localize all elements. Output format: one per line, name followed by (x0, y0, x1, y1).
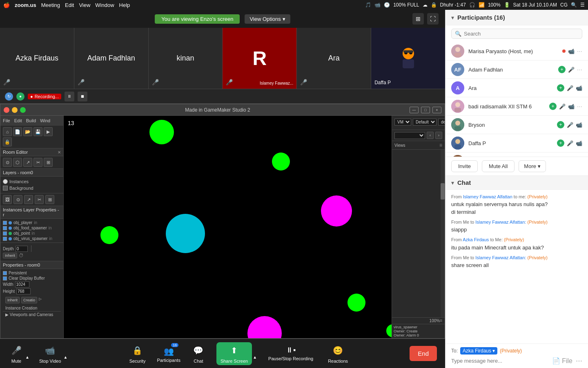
view-options-button[interactable]: View Options ▾ (245, 14, 290, 24)
gm-nav-dropdown[interactable] (394, 132, 425, 139)
gm-close-btn2[interactable]: × (432, 107, 441, 113)
share-screen-arrow-btn[interactable]: ▲ (253, 355, 257, 365)
grid-icon-btn[interactable]: ⊞ (412, 13, 424, 25)
gm-tool-run[interactable]: ▶ (44, 127, 53, 136)
gm-scrollbar[interactable] (441, 150, 445, 317)
pause-record-btn[interactable]: ⏸ (65, 92, 74, 101)
gm-instance-checkbox[interactable] (3, 237, 7, 241)
width-input[interactable] (15, 281, 29, 287)
gm-next-btn[interactable]: › (435, 132, 442, 139)
gm-tool-new[interactable]: 📄 (13, 127, 22, 136)
gm-tool-save[interactable]: 💾 (33, 127, 42, 136)
gm-room-tool-5[interactable]: ⊞ (44, 158, 53, 167)
participants-button[interactable]: 👥 16 Participants (157, 345, 180, 363)
gm-restore-btn2[interactable]: □ (421, 107, 430, 113)
gm-inherit-room-btn[interactable]: Inherit (5, 297, 20, 303)
gm-close-btn[interactable] (4, 107, 9, 113)
apple-menu[interactable]: 🍎 (3, 2, 10, 8)
stop-video-button[interactable]: 📹 Stop Video (38, 342, 63, 365)
invite-button[interactable]: Invite (451, 160, 478, 172)
more-dropdown-button[interactable]: More ▾ (519, 160, 546, 172)
chat-file-btn[interactable]: 📄 File (552, 357, 572, 365)
gm-layer-instances[interactable]: Instances (3, 178, 61, 185)
gm-room-tool-4[interactable]: ✂ (33, 158, 42, 167)
participant-thumb-kinan[interactable]: kinan 🎤 (149, 28, 223, 89)
gm-instance-food-spawner[interactable]: obj_food_spawner in (3, 226, 61, 230)
mute-arrow-btn[interactable]: ▲ (25, 355, 29, 365)
chat-recipient-islamey-2[interactable]: Islamey Fawwaz Alfattan: (475, 255, 526, 260)
gm-vm-select[interactable]: VM (394, 119, 411, 126)
chat-message-input[interactable] (451, 358, 549, 364)
gm-room-editor-close[interactable]: ✕ (58, 150, 61, 155)
gm-default2-select[interactable]: default (438, 119, 445, 126)
menu-help[interactable]: Help (119, 2, 130, 8)
gm-inst-tool-5[interactable]: ⊞ (45, 195, 54, 204)
gm-tool-home[interactable]: ⌂ (3, 127, 12, 136)
gm-instance-checkbox[interactable] (3, 231, 7, 236)
participant-thumb-ara[interactable]: Ara 🎤 (297, 28, 371, 89)
fullscreen-icon-btn[interactable]: ⛶ (427, 13, 439, 25)
height-input[interactable] (16, 288, 31, 294)
chat-to-dropdown[interactable]: Azka Firdaus ▾ (460, 347, 497, 355)
gm-min-btn[interactable] (12, 107, 18, 113)
gm-room-tool-3[interactable]: ↗ (23, 158, 32, 167)
gm-inst-tool-2[interactable]: ⊙ (13, 195, 22, 204)
adam-more-icon[interactable]: ⋯ (577, 67, 582, 73)
gm-menu-file[interactable]: File (3, 118, 10, 123)
gm-menu-edit[interactable]: Edit (14, 118, 22, 123)
search-input[interactable] (464, 31, 579, 37)
security-button[interactable]: 🔒 Security (126, 342, 149, 365)
gm-restore-btn1[interactable]: — (410, 107, 419, 113)
gm-instance-checkbox[interactable] (3, 221, 7, 225)
gm-instance-virus-spawner[interactable]: obj_virus_spawner in (3, 236, 61, 241)
menu-edit[interactable]: Edit (65, 2, 74, 8)
gm-prev-btn[interactable]: ‹ (427, 132, 434, 139)
stop-record-btn[interactable]: ⏹ (78, 92, 87, 101)
gm-default-select[interactable]: Default (413, 119, 437, 126)
menu-meeting[interactable]: Meeting (41, 2, 60, 8)
end-button[interactable]: End (410, 346, 437, 361)
gm-scrollbar-thumb[interactable] (441, 183, 445, 200)
depth-input[interactable] (16, 246, 28, 252)
participant-thumb-adam[interactable]: Adam Fadhlan 🎤 (74, 28, 149, 89)
chat-sender-islamey[interactable]: Islamey Fawwaz Alfattan (463, 194, 512, 199)
menu-window[interactable]: Window (95, 2, 114, 8)
menu-view[interactable]: View (79, 2, 90, 8)
chat-sender-azka[interactable]: Azka Firdaus (463, 237, 489, 242)
gm-menu-build[interactable]: Build (26, 118, 36, 123)
gm-instance-checkbox[interactable] (3, 226, 7, 230)
gm-instance-player[interactable]: obj_player in (3, 220, 61, 225)
chat-more-btn[interactable]: ⋯ (576, 357, 582, 365)
gm-inst-tool-3[interactable]: ↗ (24, 195, 33, 204)
video-arrow-btn[interactable]: ▲ (64, 355, 68, 365)
gm-room-tool-2[interactable]: ⬡ (13, 158, 22, 167)
inherit-btn[interactable]: Inherit (3, 253, 17, 258)
participant-thumb-islamey[interactable]: R 🎤 Islamey Fawwaz... (223, 28, 297, 89)
gm-room-tool-1[interactable]: ⊙ (3, 158, 12, 167)
mute-all-button[interactable]: Mute All (482, 160, 514, 172)
gm-tool-open[interactable]: 📂 (23, 127, 32, 136)
gm-creation-btn[interactable]: Creatio (21, 297, 37, 303)
chat-button[interactable]: 💬 Chat (189, 342, 208, 365)
mute-button[interactable]: 🎤 Mute (8, 342, 24, 365)
chat-recipient-islamey[interactable]: Islamey Fawwaz Alfattan: (475, 220, 526, 224)
participant-thumb-daffa[interactable]: Daffa P (371, 28, 445, 89)
participant-thumb-azka[interactable]: Azka Firdaus 🎤 (0, 28, 74, 89)
participants-collapse-btn[interactable]: ▾ (451, 14, 454, 21)
clear-display-checkbox[interactable] (3, 276, 7, 280)
gm-menu-wind[interactable]: Wind (40, 118, 50, 123)
app-name[interactable]: zoom.us (15, 2, 36, 8)
chat-collapse-btn[interactable]: ▾ (451, 180, 454, 186)
badi-more-icon[interactable]: ⋯ (577, 103, 582, 110)
share-screen-button[interactable]: ⬆ Share Screen (216, 342, 252, 365)
gm-layer-background[interactable]: Background (3, 185, 61, 191)
pause-recording-button[interactable]: ⏸▪ Pause/Stop Recording (265, 344, 316, 363)
marisa-more-icon[interactable]: ⋯ (577, 48, 582, 54)
gm-max-btn[interactable] (20, 107, 26, 113)
gm-instance-point[interactable]: obj_point in (3, 231, 61, 236)
persistent-checkbox[interactable] (3, 271, 7, 275)
reactions-button[interactable]: 😊 Reactions (325, 342, 351, 365)
gm-viewports-label[interactable]: ▶ Viewports and Cameras (3, 311, 61, 318)
gm-inst-tool-1[interactable]: 🖼 (3, 195, 12, 204)
gm-tool-settings[interactable]: 🔒 (3, 137, 12, 146)
